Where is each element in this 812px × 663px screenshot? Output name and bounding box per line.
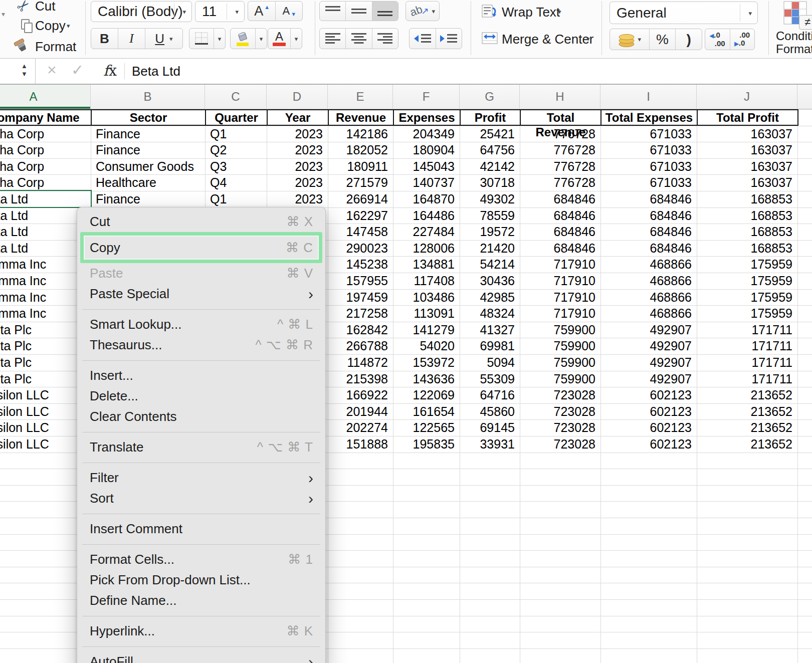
menu-item-thesaurus[interactable]: Thesaurus...^ ⌥ ⌘ R [77, 335, 325, 355]
currency-format-button[interactable]: ▾ [610, 29, 650, 50]
cell-E17[interactable]: 215398 [328, 371, 392, 387]
cell-G2[interactable]: 25421 [460, 126, 519, 142]
cell-E3[interactable]: 182052 [328, 142, 392, 158]
cell-E8[interactable]: 147458 [328, 224, 392, 240]
cell-E2[interactable]: 142186 [328, 126, 392, 142]
cell-F21[interactable]: 195835 [393, 436, 459, 453]
cell-I2[interactable]: 671033 [601, 126, 696, 142]
cell-I11[interactable]: 468866 [601, 273, 696, 289]
cell-J20[interactable]: 213652 [697, 419, 797, 436]
formula-bar-value[interactable]: Beta Ltd [132, 64, 180, 79]
cell-E13[interactable]: 217258 [328, 305, 392, 322]
align-middle-button[interactable] [346, 2, 372, 21]
cell-H11[interactable]: 717910 [520, 273, 600, 289]
cell-J16[interactable]: 171711 [697, 354, 797, 371]
cell-H16[interactable]: 759900 [520, 354, 600, 371]
cell-F13[interactable]: 113091 [393, 305, 459, 322]
menu-item-autofill[interactable]: AutoFill› [77, 651, 325, 663]
cell-J7[interactable]: 168853 [697, 207, 797, 224]
cell-I21[interactable]: 602123 [601, 436, 696, 453]
cell-I6[interactable]: 684846 [601, 191, 696, 207]
cell-H10[interactable]: 717910 [520, 256, 600, 273]
cell-G21[interactable]: 33931 [460, 436, 519, 453]
cell-C2[interactable]: Q1 [206, 126, 266, 142]
cell-J8[interactable]: 168853 [697, 224, 797, 240]
cell-F9[interactable]: 128006 [393, 240, 459, 257]
cell-D6[interactable]: 2023 [267, 191, 327, 207]
cell-J9[interactable]: 168853 [697, 240, 797, 257]
cell-I8[interactable]: 684846 [601, 224, 696, 240]
cell-J14[interactable]: 171711 [697, 322, 797, 338]
cell-I3[interactable]: 671033 [601, 142, 696, 158]
menu-item-define-name[interactable]: Define Name... [77, 590, 325, 611]
cell-J13[interactable]: 175959 [697, 305, 797, 322]
header-cell-G1[interactable]: Profit [460, 109, 521, 126]
increase-decimal-button[interactable]: .00▶.0 [730, 29, 755, 50]
cell-F17[interactable]: 143636 [393, 371, 459, 387]
menu-item-pick-from-drop-down-list[interactable]: Pick From Drop-down List... [77, 570, 325, 590]
header-cell-A1[interactable]: Company Name [0, 109, 92, 126]
font-color-dropdown[interactable]: ▾ [291, 29, 302, 49]
cell-F18[interactable]: 122069 [393, 387, 459, 403]
borders-button[interactable] [189, 29, 214, 49]
cell-I7[interactable]: 684846 [601, 207, 696, 224]
cell-G16[interactable]: 5094 [460, 354, 519, 371]
cell-J18[interactable]: 213652 [697, 387, 797, 403]
cell-F12[interactable]: 103486 [393, 289, 459, 306]
cell-D2[interactable]: 2023 [267, 126, 327, 142]
cell-F20[interactable]: 122565 [393, 419, 459, 436]
cell-H17[interactable]: 759900 [520, 371, 600, 387]
cell-B6[interactable]: Finance [91, 191, 205, 207]
menu-item-filter[interactable]: Filter› [77, 468, 325, 488]
cell-G5[interactable]: 30718 [460, 174, 519, 191]
cell-E4[interactable]: 180911 [328, 158, 392, 175]
cell-H2[interactable]: 776728 [520, 126, 600, 142]
function-icon[interactable]: fx [103, 62, 117, 79]
cell-E19[interactable]: 201944 [328, 403, 392, 420]
cell-J12[interactable]: 175959 [697, 289, 797, 306]
cell-G18[interactable]: 64716 [460, 387, 519, 403]
cell-E6[interactable]: 266914 [328, 191, 392, 207]
percent-format-button[interactable]: % [650, 29, 676, 50]
cell-E20[interactable]: 202274 [328, 419, 392, 436]
cell-J3[interactable]: 163037 [697, 142, 797, 158]
cell-E12[interactable]: 197459 [328, 289, 392, 306]
cell-E15[interactable]: 266788 [328, 338, 392, 354]
menu-item-translate[interactable]: Translate^ ⌥ ⌘ T [77, 437, 325, 458]
menu-item-smart-lookup[interactable]: Smart Lookup...^ ⌘ L [77, 314, 325, 335]
cell-F8[interactable]: 227484 [393, 224, 459, 240]
cell-B3[interactable]: Finance [91, 142, 205, 158]
menu-item-paste-special[interactable]: Paste Special› [77, 284, 325, 304]
cell-J2[interactable]: 163037 [697, 126, 797, 142]
cell-D5[interactable]: 2023 [267, 174, 327, 191]
menu-item-clear-contents[interactable]: Clear Contents [77, 406, 325, 427]
cell-I18[interactable]: 602123 [601, 387, 696, 403]
column-header-H[interactable]: H [520, 85, 600, 109]
column-header-F[interactable]: F [393, 85, 460, 109]
cell-F6[interactable]: 164870 [393, 191, 459, 207]
cell-I20[interactable]: 602123 [601, 419, 696, 436]
cell-J19[interactable]: 213652 [697, 403, 797, 420]
cell-J6[interactable]: 168853 [697, 191, 797, 207]
cell-J4[interactable]: 163037 [697, 158, 797, 175]
column-header-I[interactable]: I [600, 85, 697, 109]
menu-item-copy[interactable]: Copy⌘ C [80, 232, 322, 263]
bold-button[interactable]: B [91, 29, 118, 49]
cell-I19[interactable]: 602123 [601, 403, 696, 420]
header-cell-B1[interactable]: Sector [91, 109, 206, 126]
cell-A4[interactable]: Alpha Corp [0, 158, 90, 175]
cell-C3[interactable]: Q2 [206, 142, 266, 158]
cell-F2[interactable]: 204349 [393, 126, 459, 142]
cell-I14[interactable]: 492907 [601, 322, 696, 338]
cell-H7[interactable]: 684846 [520, 207, 600, 224]
cell-H5[interactable]: 776728 [520, 174, 600, 191]
name-box-spinner[interactable]: ▲▼ [21, 62, 28, 78]
cell-C4[interactable]: Q3 [206, 158, 266, 175]
cell-H4[interactable]: 776728 [520, 158, 600, 175]
cell-E14[interactable]: 162842 [328, 322, 392, 338]
cell-G19[interactable]: 45860 [460, 403, 519, 420]
column-header-B[interactable]: B [91, 85, 205, 109]
cell-H19[interactable]: 723028 [520, 403, 600, 420]
cell-J11[interactable]: 175959 [697, 273, 797, 289]
column-header-G[interactable]: G [460, 85, 520, 109]
